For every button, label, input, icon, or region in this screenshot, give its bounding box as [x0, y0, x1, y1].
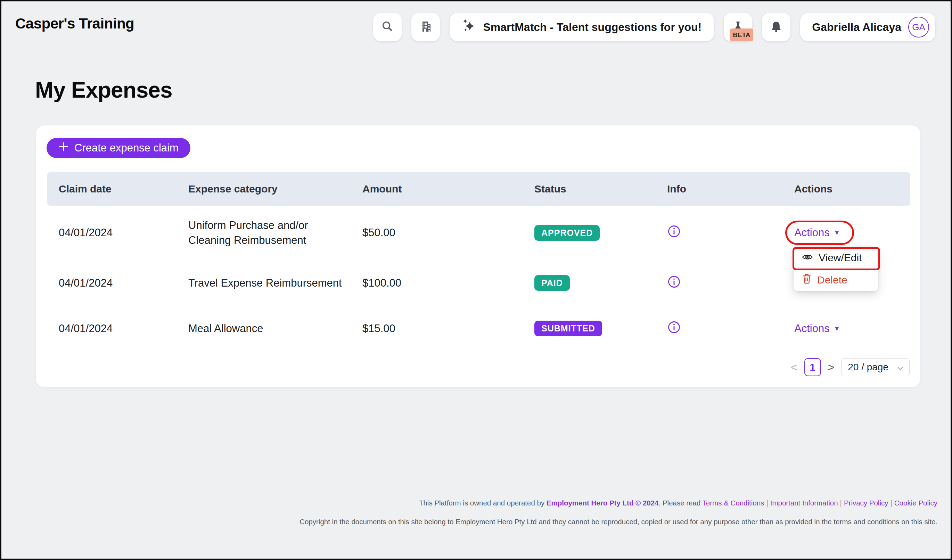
column-header-claim-date: Claim date [47, 183, 177, 195]
table-row: 04/01/2024 Meal Allowance $15.00 SUBMITT… [47, 306, 910, 351]
expenses-table: Claim date Expense category Amount Statu… [47, 172, 910, 351]
notifications-button[interactable] [762, 13, 790, 41]
footer-separator: | [838, 499, 844, 507]
column-header-info: Info [655, 183, 783, 195]
smartmatch-label: SmartMatch - Talent suggestions for you! [483, 21, 702, 34]
page: Casper's Training [0, 0, 952, 560]
table-header-row: Claim date Expense category Amount Statu… [47, 172, 910, 206]
table-row: 04/01/2024 Travel Expense Reimbursement … [47, 260, 910, 306]
menu-item-delete[interactable]: Delete [794, 269, 878, 291]
footer-separator: | [888, 499, 894, 507]
status-badge: SUBMITTED [535, 321, 602, 336]
expense-category-cell: Uniform Purchase and/or Cleaning Reimbus… [188, 218, 351, 248]
pagination: < 1 > 20 / page [790, 358, 910, 377]
organisation-button[interactable] [411, 13, 440, 41]
column-header-expense-category: Expense category [177, 183, 351, 195]
important-information-link[interactable]: Important Information [770, 499, 838, 507]
expense-category-cell: Meal Allowance [188, 321, 351, 336]
info-icon[interactable] [667, 324, 681, 336]
page-size-value: 20 / page [848, 362, 889, 373]
current-page-button[interactable]: 1 [804, 358, 821, 376]
amount-cell: $100.00 [351, 277, 523, 289]
plus-icon [59, 141, 69, 154]
status-badge: PAID [535, 275, 570, 291]
page-title: My Expenses [35, 77, 172, 103]
brand-title: Casper's Training [15, 15, 134, 32]
expense-category-cell: Travel Expense Reimbursement [188, 276, 351, 290]
cookie-policy-link[interactable]: Cookie Policy [894, 499, 937, 507]
table-row: 04/01/2024 Uniform Purchase and/or Clean… [47, 206, 910, 260]
column-header-amount: Amount [351, 183, 523, 195]
info-icon[interactable] [667, 228, 681, 241]
user-name: Gabriella Alicaya [812, 21, 901, 34]
create-expense-claim-label: Create expense claim [74, 142, 179, 154]
actions-dropdown-menu: View/Edit Delete [794, 247, 878, 291]
info-icon[interactable] [667, 279, 681, 291]
labs-button[interactable]: BETA [724, 13, 752, 41]
create-expense-claim-button[interactable]: Create expense claim [46, 138, 190, 158]
view-edit-label: View/Edit [819, 252, 862, 264]
header-actions: SmartMatch - Talent suggestions for you!… [373, 13, 935, 41]
user-menu-button[interactable]: Gabriella Alicaya GA [800, 13, 935, 41]
page-size-select[interactable]: 20 / page [841, 358, 910, 376]
column-header-actions: Actions [783, 183, 910, 195]
beta-badge: BETA [730, 28, 753, 41]
footer: This Platform is owned and operated by E… [104, 499, 937, 536]
expenses-card: Create expense claim Claim date Expense … [36, 125, 921, 388]
actions-label: Actions [794, 227, 830, 239]
search-icon [381, 20, 394, 34]
row-actions-button[interactable]: Actions ▼ [794, 322, 840, 335]
menu-item-view-edit[interactable]: View/Edit [794, 247, 878, 269]
row-actions-button[interactable]: Actions ▼ [794, 227, 840, 239]
previous-page-button[interactable]: < [790, 362, 798, 373]
trash-icon [802, 273, 811, 287]
search-button[interactable] [373, 13, 402, 41]
avatar: GA [908, 17, 929, 37]
eye-icon [802, 252, 813, 264]
actions-label: Actions [794, 322, 830, 335]
status-badge: APPROVED [535, 225, 600, 241]
footer-line1-mid: . Please read [659, 499, 703, 507]
building-icon [419, 20, 433, 35]
footer-line1-prefix: This Platform is owned and operated by [419, 499, 547, 507]
column-header-status: Status [523, 183, 655, 195]
smartmatch-button[interactable]: SmartMatch - Talent suggestions for you! [450, 13, 714, 41]
footer-line1: This Platform is owned and operated by E… [104, 499, 937, 508]
sparkle-icon [462, 19, 477, 36]
claim-date-cell: 04/01/2024 [47, 227, 177, 239]
employment-hero-link[interactable]: Employment Hero Pty Ltd © 2024 [547, 499, 659, 507]
caret-down-icon: ▼ [834, 230, 840, 236]
chevron-down-icon [898, 362, 903, 373]
claim-date-cell: 04/01/2024 [47, 322, 177, 335]
delete-label: Delete [817, 274, 847, 286]
privacy-policy-link[interactable]: Privacy Policy [844, 499, 889, 507]
amount-cell: $15.00 [351, 322, 523, 335]
next-page-button[interactable]: > [827, 362, 835, 373]
claim-date-cell: 04/01/2024 [47, 277, 177, 289]
bell-icon [770, 20, 783, 34]
footer-separator: | [764, 499, 770, 507]
terms-conditions-link[interactable]: Terms & Conditions [703, 499, 764, 507]
caret-down-icon: ▼ [834, 326, 840, 332]
amount-cell: $50.00 [351, 227, 523, 239]
footer-line2: Copyright in the documents on this site … [104, 518, 937, 526]
